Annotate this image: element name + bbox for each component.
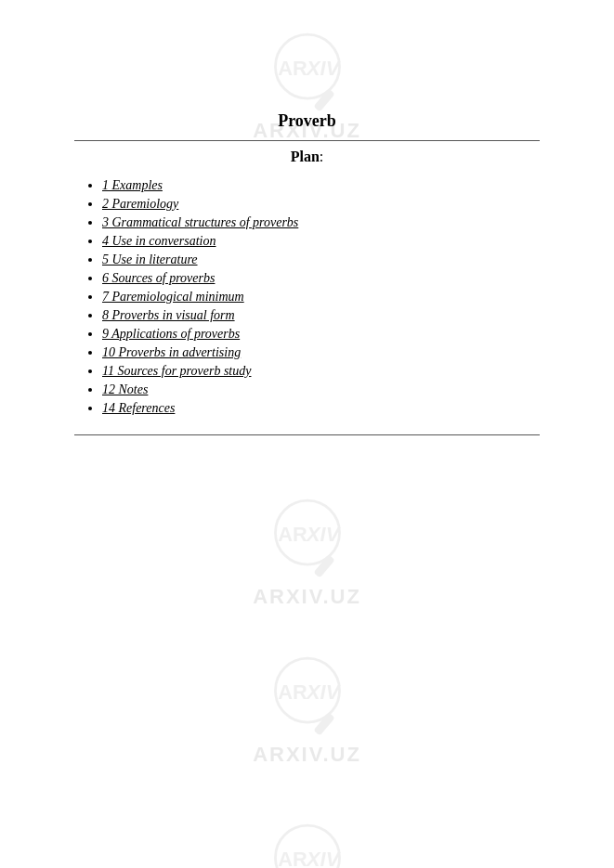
svg-point-4	[275, 500, 339, 564]
plan-colon: :	[320, 149, 323, 164]
watermark-middle: AR XIV ARXIV.UZ	[252, 492, 363, 609]
list-item: 6 Sources of proverbs	[102, 271, 540, 286]
toc-link-3[interactable]: 3 Grammatical structures of proverbs	[102, 215, 298, 229]
toc-link-6[interactable]: 6 Sources of proverbs	[102, 271, 215, 285]
page-title: Proverb	[74, 111, 540, 131]
toc-text-4: 4 Use in conversation	[102, 234, 216, 248]
toc-text-12: 12 Notes	[102, 382, 148, 396]
bottom-divider	[74, 434, 540, 435]
toc-text-1: 1 Examples	[102, 178, 163, 192]
list-item: 8 Proverbs in visual form	[102, 308, 540, 323]
svg-rect-5	[313, 554, 334, 577]
toc-link-5[interactable]: 5 Use in literature	[102, 253, 198, 266]
svg-text:XIV: XIV	[306, 848, 342, 868]
toc-text-7: 7 Paremiological minimum	[102, 290, 244, 304]
list-item: 9 Applications of proverbs	[102, 327, 540, 342]
toc-text-8: 8 Proverbs in visual form	[102, 308, 235, 322]
toc-text-14: 14 References	[102, 401, 175, 415]
toc-text-2: 2 Paremiology	[102, 197, 178, 211]
watermark-bottom: AR XIV ARXIV.UZ	[252, 817, 363, 868]
content-area: Proverb Plan: 1 Examples 2 Paremiology 3…	[0, 0, 614, 463]
svg-text:XIV: XIV	[306, 523, 342, 546]
svg-point-8	[275, 658, 339, 722]
toc-text-11: 11 Sources for proverb study	[102, 364, 251, 378]
plan-header: Plan:	[74, 140, 540, 169]
toc-text-5: 5 Use in literature	[102, 253, 198, 266]
svg-text:AR: AR	[278, 848, 307, 868]
watermark-lower: AR XIV ARXIV.UZ	[252, 650, 363, 767]
page: AR XIV ARXIV.UZ AR XIV ARXIV.UZ AR XIV A…	[0, 0, 614, 868]
toc-link-9[interactable]: 9 Applications of proverbs	[102, 327, 240, 341]
toc-link-8[interactable]: 8 Proverbs in visual form	[102, 308, 235, 322]
toc-link-1[interactable]: 1 Examples	[102, 178, 163, 192]
list-item: 5 Use in literature	[102, 253, 540, 267]
toc-link-4[interactable]: 4 Use in conversation	[102, 234, 216, 248]
toc-link-7[interactable]: 7 Paremiological minimum	[102, 290, 244, 304]
toc-text-3: 3 Grammatical structures of proverbs	[102, 215, 298, 229]
toc-link-2[interactable]: 2 Paremiology	[102, 197, 178, 211]
list-item: 12 Notes	[102, 382, 540, 397]
toc-text-9: 9 Applications of proverbs	[102, 327, 240, 341]
list-item: 2 Paremiology	[102, 197, 540, 212]
toc-link-14[interactable]: 14 References	[102, 401, 175, 415]
table-of-contents: 1 Examples 2 Paremiology 3 Grammatical s…	[74, 178, 540, 416]
list-item: 11 Sources for proverb study	[102, 364, 540, 379]
svg-text:AR: AR	[278, 523, 307, 546]
list-item: 1 Examples	[102, 178, 540, 193]
svg-rect-9	[313, 712, 334, 735]
svg-text:AR: AR	[278, 680, 307, 704]
toc-link-12[interactable]: 12 Notes	[102, 382, 148, 396]
plan-label: Plan	[291, 149, 320, 164]
list-item: 10 Proverbs in advertising	[102, 345, 540, 360]
svg-text:XIV: XIV	[306, 680, 342, 704]
list-item: 14 References	[102, 401, 540, 416]
list-item: 4 Use in conversation	[102, 234, 540, 249]
watermark-label-3: ARXIV.UZ	[253, 743, 361, 767]
list-item: 3 Grammatical structures of proverbs	[102, 215, 540, 230]
list-item: 7 Paremiological minimum	[102, 290, 540, 304]
toc-link-10[interactable]: 10 Proverbs in advertising	[102, 345, 241, 359]
toc-link-11[interactable]: 11 Sources for proverb study	[102, 364, 251, 378]
toc-text-6: 6 Sources of proverbs	[102, 271, 215, 285]
watermark-label-2: ARXIV.UZ	[253, 585, 361, 609]
toc-text-10: 10 Proverbs in advertising	[102, 345, 241, 359]
svg-point-12	[275, 825, 339, 868]
